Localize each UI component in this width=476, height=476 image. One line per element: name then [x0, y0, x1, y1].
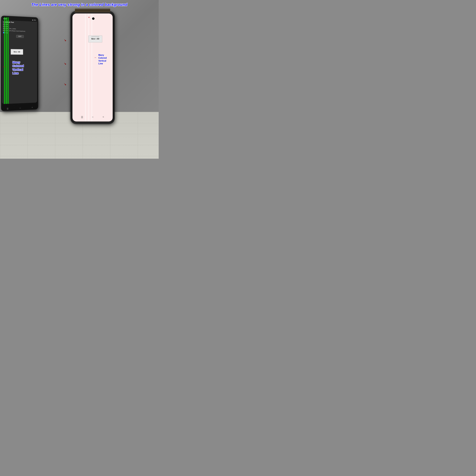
- arrow-3: ↘: [64, 83, 66, 86]
- label-sticker: Nov-49: [88, 35, 102, 42]
- green-line-1: [4, 17, 5, 104]
- radio-1: [3, 24, 4, 25]
- main-phone-screen: Nov-49 ||| ○ <: [72, 14, 113, 121]
- nav-back-icon: <: [102, 116, 104, 119]
- arrow-2: ↘: [64, 62, 66, 65]
- menu-item-text-2: Start :...: [5, 26, 10, 27]
- secondary-phone-annotation: ← Many Colored Vertical Line: [12, 61, 24, 75]
- sec-nav-home: ○: [19, 107, 21, 109]
- exit-button[interactable]: EXIT: [16, 35, 24, 38]
- green-line-2: [6, 17, 7, 104]
- arrow-1: ↘: [64, 39, 66, 42]
- radio-4: [3, 30, 4, 31]
- main-phone-annotation: ← Many Colored Vertical Line: [98, 54, 107, 65]
- menu-item-text-1: Start :...: [5, 24, 10, 25]
- radio-5: [3, 32, 4, 34]
- menu-item-text-3: Start : SPK_3rdMic: [5, 28, 16, 30]
- battery-level: 63%: [34, 19, 36, 21]
- main-phone-navbar: ||| ○ <: [72, 116, 113, 119]
- radio-3: [3, 28, 4, 29]
- vertical-line-1: [85, 14, 85, 121]
- page-title: The Lines are very strong in a colored b…: [31, 2, 127, 7]
- vertical-line-2: [88, 14, 89, 121]
- green-line-3: [8, 17, 8, 104]
- nav-home-icon: ○: [92, 116, 94, 119]
- sec-label-sticker: Nov-49: [11, 49, 23, 55]
- radio-2: [3, 26, 4, 27]
- vertical-line-3: [92, 14, 92, 121]
- sec-label-text: Many Colored Vertical Line: [12, 61, 24, 75]
- menu-item-text-5: Stop: [5, 32, 8, 34]
- sec-label-arrow: ←: [3, 65, 6, 68]
- wifi-icon: ▶: [32, 19, 33, 21]
- title-bar: The Lines are very strong in a colored b…: [0, 2, 159, 7]
- menu-item-text-4: Start : E/P (Please Insert Earphone): [5, 30, 25, 32]
- phone-bracket: [75, 9, 110, 12]
- sec-nav-recent: |||: [7, 107, 8, 110]
- main-phone-body: Nov-49 ||| ○ <: [70, 11, 115, 124]
- nav-recent-icon: |||: [81, 116, 83, 119]
- main-phone: Nov-49 ||| ○ < ↘ ↘ ↘: [70, 11, 115, 124]
- status-icons: ▶ 63%: [32, 19, 36, 21]
- camera-indicator: [88, 17, 89, 18]
- camera-hole: [92, 17, 94, 20]
- sec-nav-back: <: [32, 106, 33, 109]
- secondary-phone-navbar: ||| ○ <: [1, 106, 38, 110]
- main-label-text: Many Colored Vertical Line: [98, 54, 107, 65]
